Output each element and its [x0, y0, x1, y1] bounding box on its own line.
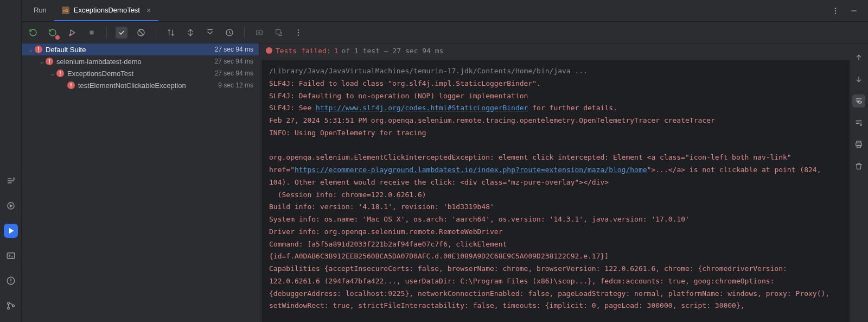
- svg-point-20: [298, 34, 299, 35]
- soft-wrap-icon[interactable]: [852, 94, 865, 108]
- toolbar-separator: [156, 27, 156, 38]
- expand-all-icon[interactable]: [184, 27, 196, 39]
- tree-label: ExceptionsDemoTest: [67, 70, 215, 78]
- fail-prefix: Tests failed:: [276, 47, 331, 55]
- exception-url-link[interactable]: https://ecommerce-playground.lambdatest.…: [295, 166, 647, 174]
- tree-time: 27 sec 94 ms: [215, 70, 253, 77]
- exception-line: Capabilities {acceptInsecureCerts: false…: [269, 264, 834, 310]
- sort-icon[interactable]: [165, 27, 177, 39]
- services-icon[interactable]: [4, 199, 18, 213]
- exception-line: Build info: version: '4.18.1', revision:…: [269, 203, 494, 211]
- tree-label: selenium-lambdatest-demo: [56, 58, 215, 66]
- fail-status-icon: !: [46, 58, 53, 65]
- minimize-icon[interactable]: [850, 7, 858, 15]
- fail-status-icon: !: [56, 70, 64, 77]
- test-summary: Tests failed: 1 of 1 test – 27 sec 94 ms: [259, 43, 850, 58]
- tree-row[interactable]: ⌵!Default Suite27 sec 94 ms: [22, 43, 259, 55]
- print-icon[interactable]: [852, 138, 865, 151]
- svg-rect-1: [7, 253, 15, 259]
- console-line: SLF4J: Failed to load class "org.slf4j.i…: [269, 79, 541, 87]
- toolbar-more-icon[interactable]: [292, 27, 304, 39]
- stop-icon[interactable]: [86, 27, 98, 39]
- svg-text:nG: nG: [63, 8, 68, 12]
- svg-point-11: [69, 34, 71, 36]
- console-line: INFO: Using OpenTelemetry for tracing: [269, 129, 426, 137]
- test-tree[interactable]: ⌵!Default Suite27 sec 94 ms⌵!selenium-la…: [22, 43, 259, 322]
- svg-point-3: [7, 302, 9, 305]
- console-right-rail: [850, 43, 868, 322]
- scroll-up-icon[interactable]: [852, 51, 865, 64]
- svg-point-16: [259, 31, 260, 33]
- show-passed-icon[interactable]: [116, 27, 127, 39]
- console-output[interactable]: /Library/Java/JavaVirtualMachines/temuri…: [261, 60, 850, 322]
- console-cmd: /Library/Java/JavaVirtualMachines/temuri…: [269, 67, 588, 75]
- console-line: SLF4J: Defaulting to no-operation (NOP) …: [269, 92, 528, 100]
- left-tool-rail: [0, 0, 22, 322]
- terminal-icon[interactable]: [4, 249, 18, 263]
- vcs-icon[interactable]: [4, 299, 18, 313]
- build-icon[interactable]: [4, 174, 18, 188]
- show-ignored-icon[interactable]: [135, 27, 147, 39]
- test-tab[interactable]: nG ExceptionsDemoTest ×: [54, 1, 158, 21]
- console-main: Tests failed: 1 of 1 test – 27 sec 94 ms…: [259, 43, 850, 322]
- import-tests-icon[interactable]: [253, 27, 265, 39]
- svg-rect-17: [276, 29, 280, 34]
- tree-label: testElementNotClickableException: [78, 81, 218, 90]
- svg-point-4: [7, 307, 9, 310]
- rerun-failed-icon[interactable]: [47, 27, 59, 39]
- svg-point-8: [835, 8, 836, 9]
- svg-point-18: [298, 29, 299, 30]
- chevron-down-icon[interactable]: ⌵: [27, 47, 35, 53]
- exception-line: (Session info: chrome=122.0.6261.6): [269, 191, 426, 199]
- test-toolbar: [22, 22, 868, 43]
- svg-point-10: [835, 12, 836, 14]
- testng-icon: nG: [62, 7, 69, 14]
- more-icon[interactable]: [831, 7, 840, 15]
- collapse-all-icon[interactable]: [204, 27, 216, 39]
- svg-point-19: [298, 31, 299, 33]
- console-line: SLF4J: See: [269, 104, 316, 112]
- tree-label: Default Suite: [46, 46, 215, 54]
- svg-point-9: [835, 10, 836, 11]
- svg-rect-12: [90, 30, 94, 34]
- tool-body: ⌵!Default Suite27 sec 94 ms⌵!selenium-la…: [22, 43, 868, 322]
- rerun-icon[interactable]: [27, 27, 39, 39]
- svg-rect-23: [857, 145, 861, 148]
- svg-rect-15: [257, 30, 263, 35]
- export-tests-icon[interactable]: [273, 27, 285, 39]
- run-tab[interactable]: Run: [26, 1, 54, 21]
- slf4j-link[interactable]: http://www.slf4j.org/codes.html#StaticLo…: [316, 104, 528, 112]
- history-icon[interactable]: [224, 27, 235, 39]
- console-line: for further details.: [528, 104, 617, 112]
- chevron-down-icon[interactable]: ⌵: [38, 59, 46, 65]
- tree-row[interactable]: ⌵!selenium-lambdatest-demo27 sec 94 ms: [22, 55, 259, 67]
- tree-time: 27 sec 94 ms: [215, 46, 253, 53]
- console-panel: Tests failed: 1 of 1 test – 27 sec 94 ms…: [259, 43, 868, 322]
- tree-time: 27 sec 94 ms: [215, 58, 253, 65]
- tabbar-actions: [831, 7, 864, 15]
- console-line: Feb 27, 2024 5:31:51 PM org.openqa.selen…: [269, 116, 715, 124]
- tool-window-tabs: Run nG ExceptionsDemoTest ×: [22, 0, 868, 22]
- close-tab-icon[interactable]: ×: [146, 6, 151, 15]
- scroll-down-icon[interactable]: [852, 73, 865, 86]
- exception-line: System info: os.name: 'Mac OS X', os.arc…: [269, 215, 690, 223]
- main-panel: Run nG ExceptionsDemoTest ×: [22, 0, 868, 322]
- fail-status-icon: !: [35, 46, 42, 53]
- tree-row[interactable]: !testElementNotClickableException9 sec 1…: [22, 79, 259, 91]
- run-tool-icon[interactable]: [4, 224, 18, 238]
- tree-row[interactable]: ⌵!ExceptionsDemoTest27 sec 94 ms: [22, 67, 259, 79]
- toolbar-separator: [106, 27, 107, 38]
- chevron-down-icon[interactable]: ⌵: [49, 71, 56, 77]
- test-tab-label: ExceptionsDemoTest: [74, 6, 140, 14]
- fail-count: 1: [334, 47, 339, 55]
- fail-status-icon: [266, 47, 272, 54]
- run-tab-label: Run: [34, 6, 47, 14]
- exception-line: Command: [a5f5a891d2033f221b2af94fae07c7…: [269, 240, 609, 261]
- toggle-auto-test-icon[interactable]: [66, 27, 78, 39]
- clear-icon[interactable]: [852, 160, 865, 173]
- problems-icon[interactable]: [4, 274, 18, 288]
- scroll-to-end-icon[interactable]: [852, 116, 865, 129]
- fail-suffix: of 1 test – 27 sec 94 ms: [342, 47, 444, 55]
- toolbar-separator: [244, 27, 245, 38]
- exception-line: Driver info: org.openqa.selenium.remote.…: [269, 228, 502, 236]
